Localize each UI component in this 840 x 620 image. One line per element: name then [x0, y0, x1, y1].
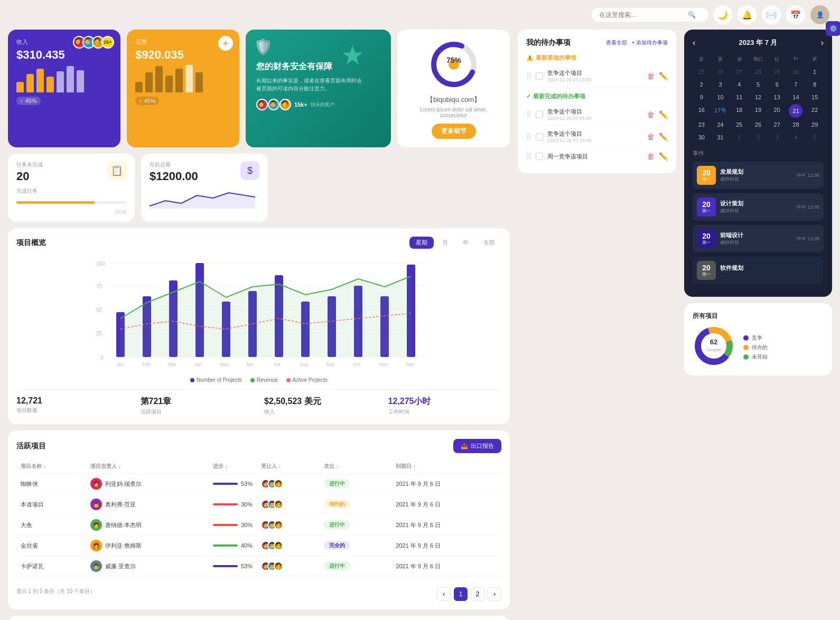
stat-work-hours: 12,275小时 工作时间: [388, 396, 502, 416]
col-due[interactable]: 到期日 ↕: [396, 463, 497, 470]
cal-day[interactable]: 29: [768, 66, 786, 78]
page-1-button[interactable]: 1: [454, 587, 468, 601]
cal-day[interactable]: 20: [768, 104, 786, 118]
pagination[interactable]: ‹ 1 2 ›: [437, 587, 501, 601]
edit-todo-4[interactable]: ✏️: [659, 152, 668, 161]
cal-day[interactable]: 28: [749, 66, 767, 78]
col-progress[interactable]: 进步 ↕: [213, 463, 253, 470]
cal-day[interactable]: 1: [730, 131, 748, 143]
ebar-4: [165, 76, 173, 92]
cal-day[interactable]: 5: [749, 79, 767, 90]
tab-week[interactable]: 星期: [409, 237, 434, 249]
cal-day[interactable]: 26: [749, 119, 767, 130]
cal-day-today[interactable]: 21: [789, 104, 802, 118]
tab-all[interactable]: 全部: [477, 237, 501, 249]
drag-icon-1[interactable]: ⠿: [526, 72, 531, 80]
cal-day[interactable]: 1: [806, 66, 824, 78]
cal-day[interactable]: 14: [787, 91, 805, 103]
page-2-button[interactable]: 2: [471, 587, 484, 601]
cal-day[interactable]: 3: [768, 131, 786, 143]
cal-day[interactable]: 25: [730, 119, 748, 130]
cal-day[interactable]: 22: [806, 104, 824, 118]
cal-day[interactable]: 5: [806, 131, 824, 143]
next-page-button[interactable]: ›: [488, 587, 501, 601]
cal-day[interactable]: 28: [787, 119, 805, 130]
ebar-2: [145, 72, 153, 92]
progress-bar-3: [213, 524, 238, 526]
prev-page-button[interactable]: ‹: [437, 587, 451, 601]
customers-label: 快乐的客户: [311, 101, 334, 108]
cal-day[interactable]: 3: [712, 79, 730, 90]
cal-day[interactable]: 10: [712, 91, 730, 103]
cal-day[interactable]: 9: [693, 91, 711, 103]
cal-day[interactable]: 15: [806, 91, 824, 103]
cal-day[interactable]: 30: [787, 66, 805, 78]
delete-todo-3[interactable]: 🗑: [647, 133, 655, 141]
tab-year[interactable]: 年: [456, 237, 475, 249]
cal-day[interactable]: 4: [730, 79, 748, 90]
cal-day[interactable]: 7: [787, 79, 805, 90]
status-badge-5: 进行中: [324, 561, 350, 570]
dark-mode-button[interactable]: 🌙: [713, 5, 732, 24]
export-button[interactable]: 📤 出口报告: [453, 439, 501, 453]
cal-day[interactable]: 27: [730, 66, 748, 78]
cal-day[interactable]: 6: [768, 79, 786, 90]
edit-todo-3[interactable]: ✏️: [659, 133, 668, 141]
drag-icon-2[interactable]: ⠿: [526, 110, 531, 119]
col-manager[interactable]: 项目负责人 ↕: [90, 463, 205, 470]
manager-avatar-2: 👨: [90, 499, 102, 510]
cal-day[interactable]: 11: [730, 91, 748, 103]
col-name[interactable]: 项目名称 ↕: [21, 463, 82, 470]
calendar-button[interactable]: 📅: [786, 5, 805, 24]
col-position[interactable]: 龙位 ↕: [324, 463, 387, 470]
search-box[interactable]: 🔍: [592, 8, 708, 22]
delete-todo-2[interactable]: 🗑: [647, 110, 655, 119]
tab-month[interactable]: 月: [436, 237, 454, 249]
chart-tabs[interactable]: 星期 月 年 全部: [409, 237, 501, 249]
events-title: 事件: [693, 149, 824, 157]
cal-day[interactable]: 13: [768, 91, 786, 103]
search-input[interactable]: [599, 11, 684, 18]
cal-day[interactable]: 23: [693, 119, 711, 130]
todo-checkbox-1[interactable]: [536, 72, 543, 80]
prev-month-button[interactable]: ‹: [693, 38, 695, 48]
project-status-3: 进行中: [320, 515, 391, 536]
cal-day[interactable]: 27: [768, 119, 786, 130]
todo-checkbox-4[interactable]: [536, 153, 543, 160]
add-todo-link[interactable]: + 添加待办事项: [631, 39, 668, 46]
cal-day[interactable]: 25: [693, 66, 711, 78]
delete-todo-4[interactable]: 🗑: [647, 152, 655, 161]
projects-table: 项目名称 ↕ 项目负责人 ↕ 进步 ↕ 受让人 ↕ 龙位 ↕ 到期日 ↕ 蜘蛛侠: [16, 459, 501, 577]
settings-button[interactable]: ⚙️: [826, 21, 840, 36]
col-assignee[interactable]: 受让人 ↕: [261, 463, 315, 470]
cal-day[interactable]: 31: [712, 131, 730, 143]
cal-day[interactable]: 12: [749, 91, 767, 103]
notification-button[interactable]: 🔔: [738, 5, 757, 24]
drag-icon-4[interactable]: ⠿: [526, 152, 531, 161]
cal-day[interactable]: 26: [712, 66, 730, 78]
delete-todo-1[interactable]: 🗑: [647, 72, 655, 80]
edit-todo-1[interactable]: ✏️: [659, 72, 668, 80]
view-all-todo-link[interactable]: 查看全部: [606, 39, 627, 46]
todo-checkbox-3[interactable]: [536, 133, 543, 140]
cal-day[interactable]: 17号: [712, 104, 730, 118]
cal-day[interactable]: 24: [712, 119, 730, 130]
cal-day[interactable]: 16: [693, 104, 711, 118]
cal-day[interactable]: 2: [693, 79, 711, 90]
cal-day[interactable]: 4: [787, 131, 805, 143]
savings-card: 存款总额 $1200.00 $: [141, 154, 268, 222]
next-month-button[interactable]: ›: [821, 38, 824, 48]
cal-day[interactable]: 2: [749, 131, 767, 143]
todo-checkbox-2[interactable]: [536, 111, 543, 118]
todo-item-4: ⠿ 周一竞争该项目 🗑 ✏️: [526, 148, 668, 165]
mail-button[interactable]: ✉️: [762, 5, 781, 24]
cal-day[interactable]: 30: [693, 131, 711, 143]
todo-actions[interactable]: 查看全部 + 添加待办事项: [606, 39, 668, 46]
cal-day[interactable]: 8: [806, 79, 824, 90]
cal-day[interactable]: 29: [806, 119, 824, 130]
drag-icon-3[interactable]: ⠿: [526, 133, 531, 141]
edit-todo-2[interactable]: ✏️: [659, 110, 668, 119]
more-details-button[interactable]: 更多细节: [432, 124, 476, 139]
cal-day[interactable]: 19: [749, 104, 767, 118]
cal-day[interactable]: 18: [730, 104, 748, 118]
